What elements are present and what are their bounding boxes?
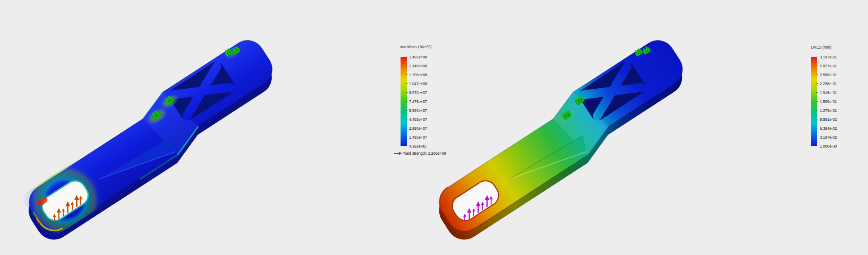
legend-title: von Mises (N/m^2) — [400, 45, 432, 49]
legend-value: 2.558e-01 — [820, 73, 837, 77]
legend-value: 3.197e-01 — [820, 55, 837, 59]
legend-value: 5.980e+07 — [409, 108, 427, 113]
legend-value: 1.000e-30 — [820, 144, 837, 148]
legend-title: URES (mm) — [811, 45, 831, 49]
von-mises-model — [12, 33, 289, 247]
legend-value: 3.197e-02 — [820, 135, 837, 140]
legend-value: 9.591e-02 — [820, 117, 837, 122]
yield-strength-label: Yield strength: 2.206e+08 — [403, 151, 446, 156]
legend-value: 2.877e-01 — [820, 64, 837, 68]
legend-value: 6.394e-02 — [820, 126, 837, 131]
legend-value: 1.047e+08 — [409, 82, 427, 86]
displacement-model — [422, 33, 700, 247]
legend-value: 8.970e+07 — [409, 90, 427, 95]
legend-value: 1.346e+08 — [409, 64, 427, 68]
legend-value: 4.485e+07 — [409, 117, 427, 122]
color-scale-bar — [401, 57, 407, 146]
legend-value: 4.192e-01 — [409, 144, 426, 148]
yield-arrow-head — [399, 152, 402, 155]
legend-value: 1.196e+08 — [409, 73, 427, 77]
legend-value: 1.495e+08 — [409, 55, 427, 59]
legend-value: 2.990e+07 — [409, 126, 427, 131]
legend-value: 1.279e-01 — [820, 108, 837, 113]
models-layer — [0, 0, 868, 255]
yield-arrow-shaft — [394, 153, 399, 154]
color-scale-bar — [811, 57, 817, 146]
legend-value: 1.918e-01 — [820, 90, 837, 95]
simulation-results-canvas: von Mises (N/m^2) 1.495e+08 1.346e+08 1.… — [0, 0, 868, 255]
legend-value: 7.475e+07 — [409, 99, 427, 104]
legend-value: 2.238e-01 — [820, 82, 837, 86]
legend-value: 1.495e+07 — [409, 135, 427, 140]
legend-value: 1.599e-01 — [820, 99, 837, 104]
